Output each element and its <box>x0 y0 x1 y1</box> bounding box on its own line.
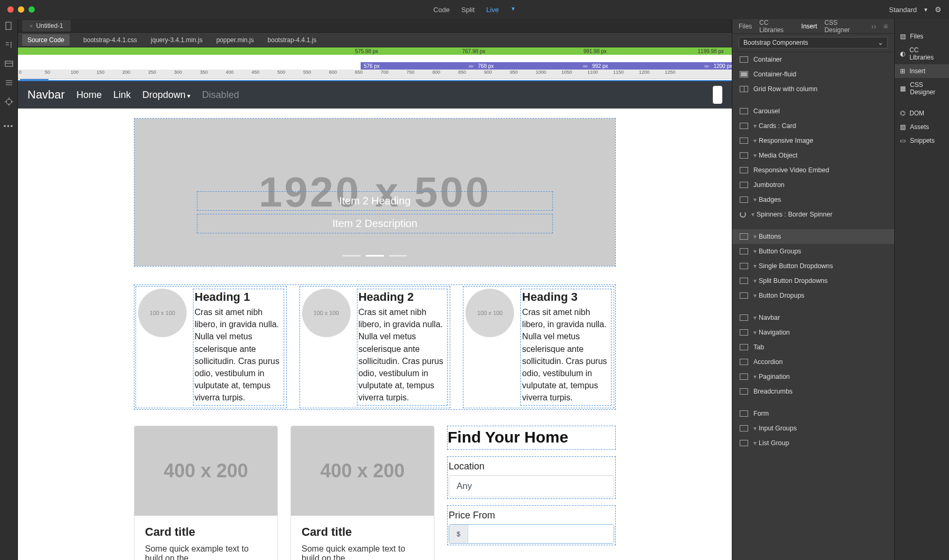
card-body: Card title Some quick example text to bu… <box>134 516 277 561</box>
insert-media-object[interactable]: ▾Media Object <box>732 148 894 163</box>
location-select[interactable]: Any <box>449 475 614 497</box>
view-code[interactable]: Code <box>433 6 450 14</box>
ruler-tick: 100 <box>71 70 79 75</box>
breakpoint-bar-max[interactable]: 575.98 px 767.98 px 991.98 px 1199.98 px <box>18 47 732 55</box>
rail-files[interactable]: ▤Files <box>895 30 949 43</box>
media-body: Heading 1 Cras sit amet nibh libero, in … <box>193 289 284 406</box>
insert-navbar[interactable]: ▾Navbar <box>732 310 894 325</box>
media-heading: Heading 1 <box>195 290 283 304</box>
nav-link[interactable]: Link <box>113 90 131 101</box>
price-from-input[interactable] <box>468 525 614 543</box>
media-heading: Heading 2 <box>359 290 447 304</box>
insert-input-groups[interactable]: ▾Input Groups <box>732 421 894 436</box>
related-file[interactable]: bootstrap-4.4.1.js <box>268 36 317 44</box>
insert-pagination[interactable]: ▾Pagination <box>732 369 894 384</box>
view-split[interactable]: Split <box>461 6 475 14</box>
media-object[interactable]: 100 x 100 Heading 3 Cras sit amet nibh l… <box>463 286 614 408</box>
carousel-indicator[interactable] <box>389 255 407 257</box>
insert-carousel[interactable]: Carousel <box>732 104 894 119</box>
breakpoint-bar-min[interactable]: 576 px 768 px 992 px 1200 px <box>18 62 732 70</box>
insert-single-dropdowns[interactable]: ▾Single Button Dropdowns <box>732 259 894 273</box>
carousel-next-icon[interactable]: › <box>705 183 710 201</box>
card[interactable]: 400 x 200 Card title Some quick example … <box>290 426 434 561</box>
media-object[interactable]: 100 x 100 Heading 2 Cras sit amet nibh l… <box>299 286 451 408</box>
rail-cclibraries[interactable]: ◐CC Libraries <box>895 43 949 64</box>
panel-menu-icon[interactable]: ≡ <box>884 22 888 31</box>
insert-buttons[interactable]: ▾Buttons <box>732 229 894 244</box>
related-file[interactable]: jquery-3.4.1.min.js <box>151 36 202 44</box>
minimize-window-icon[interactable] <box>18 6 24 13</box>
insert-split-dropdowns[interactable]: ▾Split Button Dropdowns <box>732 273 894 288</box>
insert-grid-row[interactable]: Grid Row with column <box>732 82 894 96</box>
carousel-indicator[interactable] <box>366 255 384 257</box>
panel-tab-insert[interactable]: Insert <box>801 23 817 30</box>
zoom-window-icon[interactable] <box>28 6 35 13</box>
manage-tool-icon[interactable] <box>4 40 14 50</box>
insert-form[interactable]: Form <box>732 406 894 421</box>
ruler-tick: 400 <box>226 70 234 75</box>
nav-search-input[interactable] <box>713 86 722 104</box>
rail-insert[interactable]: ⊞Insert <box>895 64 949 78</box>
insert-category-select[interactable]: Bootstrap Components ⌄ <box>739 37 888 48</box>
panel-tab-cclibraries[interactable]: CC Libraries <box>759 19 793 34</box>
ruler-tick: 1150 <box>613 70 624 75</box>
insert-button-groups[interactable]: ▾Button Groups <box>732 244 894 259</box>
panel-tab-files[interactable]: Files <box>739 23 752 30</box>
navbar-brand[interactable]: Navbar <box>27 88 65 102</box>
file-tool-icon[interactable] <box>4 21 14 31</box>
insert-accordion[interactable]: Accordion <box>732 355 894 369</box>
carousel-prev-icon[interactable]: ‹ <box>40 183 45 201</box>
media-object[interactable]: 100 x 100 Heading 1 Cras sit amet nibh l… <box>135 286 287 408</box>
rail-dom[interactable]: ⌬DOM <box>895 106 949 120</box>
insert-container[interactable]: Container <box>732 52 894 67</box>
ruler-tick: 50 <box>45 70 50 75</box>
insert-navigation[interactable]: ▾Navigation <box>732 325 894 340</box>
view-live-menu-icon[interactable]: ▼ <box>510 6 516 14</box>
document-tab[interactable]: × Untitled-1 <box>22 20 71 32</box>
card-text: Some quick example text to build on the <box>145 544 267 561</box>
insert-spinners[interactable]: ▾Spinners : Border Spinner <box>732 207 894 222</box>
related-file[interactable]: bootstrap-4.4.1.css <box>83 36 137 44</box>
related-file-active[interactable]: Source Code <box>22 34 70 46</box>
card[interactable]: 400 x 200 Card title Some quick example … <box>134 426 278 561</box>
preview-carousel[interactable]: ‹ 1920 x 500 Item 2 Heading Item 2 Descr… <box>134 118 616 267</box>
list-tool-icon[interactable] <box>4 78 14 87</box>
insert-responsive-image[interactable]: ▾Responsive Image <box>732 133 894 148</box>
rail-cssdesigner[interactable]: ▦CSS Designer <box>895 78 949 99</box>
insert-dropups[interactable]: ▾Button Dropups <box>732 288 894 303</box>
rail-assets[interactable]: ▧Assets <box>895 120 949 134</box>
related-file[interactable]: popper.min.js <box>216 36 254 44</box>
insert-tab[interactable]: Tab <box>732 340 894 355</box>
nav-home[interactable]: Home <box>76 90 102 101</box>
bp-label: 1200 px <box>713 63 732 69</box>
svg-rect-1 <box>5 61 13 66</box>
rail-snippets[interactable]: ▭Snippets <box>895 134 949 148</box>
workspace-switcher[interactable]: Standard ▼ ⚙ <box>889 5 942 14</box>
settings-gear-icon[interactable]: ⚙ <box>935 5 942 14</box>
panel-tab-cssdesigner[interactable]: CSS Designer <box>825 19 864 34</box>
panel-collapse-icon[interactable]: ›› <box>871 22 876 31</box>
target-tool-icon[interactable] <box>4 97 14 106</box>
find-home-title: Find Your Home <box>447 426 616 450</box>
carousel-caption: Item 2 Heading Item 2 Description <box>197 191 553 237</box>
insert-badges[interactable]: ▾Badges <box>732 192 894 207</box>
carousel-heading[interactable]: Item 2 Heading <box>197 191 553 211</box>
insert-video-embed[interactable]: Responsive Video Embed <box>732 163 894 178</box>
media-text: Cras sit amet nibh libero, in gravida nu… <box>522 306 610 404</box>
panel-tabs: Files CC Libraries Insert CSS Designer ›… <box>732 19 894 34</box>
close-window-icon[interactable] <box>7 6 14 13</box>
insert-jumbotron[interactable]: Jumbotron <box>732 178 894 192</box>
insert-cards[interactable]: ▾Cards : Card <box>732 119 894 133</box>
view-live[interactable]: Live <box>486 6 499 14</box>
nav-dropdown[interactable]: Dropdown <box>142 90 190 101</box>
close-tab-icon[interactable]: × <box>30 23 33 29</box>
ruler-tick: 500 <box>277 70 285 75</box>
more-tools-icon[interactable]: ••• <box>4 121 14 131</box>
nav-disabled: Disabled <box>202 90 239 101</box>
insert-list-group[interactable]: ▾List Group <box>732 436 894 450</box>
insert-container-fluid[interactable]: Container-fluid <box>732 67 894 82</box>
carousel-indicator[interactable] <box>343 255 361 257</box>
carousel-description[interactable]: Item 2 Description <box>197 214 553 233</box>
extract-tool-icon[interactable] <box>4 59 14 68</box>
insert-breadcrumbs[interactable]: Breadcrumbs <box>732 384 894 399</box>
